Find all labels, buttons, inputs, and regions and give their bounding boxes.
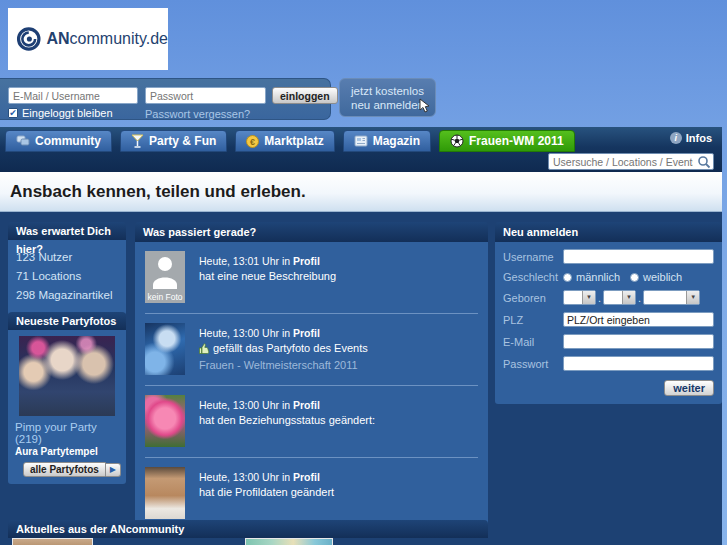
chevron-down-icon: ▼ bbox=[582, 291, 595, 304]
hero-banner: Ansbach kennen, teilen und erleben. bbox=[0, 172, 722, 212]
birth-year-select[interactable]: ▼ bbox=[643, 290, 700, 305]
partyfotos-panel-title: Neueste Partyfotos bbox=[8, 312, 126, 330]
avatar-photo[interactable] bbox=[145, 395, 185, 447]
password-label: Passwort bbox=[503, 358, 563, 370]
feed-panel-title: Was passiert gerade? bbox=[135, 222, 488, 242]
chevron-down-icon: ▼ bbox=[622, 291, 635, 304]
newspaper-icon bbox=[354, 135, 368, 147]
hero-headline: Ansbach kennen, teilen und erleben. bbox=[0, 172, 722, 212]
tab-label: Magazin bbox=[373, 134, 420, 148]
nav-tabs: Community Party & Fun € Marktplatz bbox=[5, 130, 575, 152]
stats-panel: Was erwartet Dich hier? 123 Nutzer 71 Lo… bbox=[8, 222, 126, 315]
avatar-no-photo[interactable]: kein Foto bbox=[145, 251, 185, 303]
feed-action-text: hat eine neue Beschreibung bbox=[199, 269, 336, 283]
feed-time: Heute, 13:01 Uhr in bbox=[199, 255, 290, 267]
tab-party-fun[interactable]: Party & Fun bbox=[120, 130, 227, 152]
infos-link[interactable]: i Infos bbox=[670, 132, 712, 144]
search-icon[interactable] bbox=[697, 155, 711, 169]
feed-item: kein Foto Heute, 13:01 Uhr in Profil hat… bbox=[145, 242, 478, 314]
party-photo-link[interactable]: Pimp your Party (219) bbox=[15, 421, 119, 445]
stat-locations: 71 Locations bbox=[16, 267, 118, 286]
stat-users: 123 Nutzer bbox=[16, 248, 118, 267]
feed-action-text: hat die Profildaten geändert bbox=[199, 485, 334, 499]
search-box bbox=[548, 153, 714, 170]
svg-text:€: € bbox=[250, 136, 255, 146]
gender-male-radio[interactable] bbox=[563, 273, 572, 282]
news-panel-title: Aktuelles aus der ANcommunity bbox=[8, 520, 488, 538]
feed-target-link[interactable]: Profil bbox=[293, 327, 320, 339]
tab-frauen-wm-2011[interactable]: Frauen-WM 2011 bbox=[439, 130, 575, 152]
person-silhouette-icon bbox=[151, 255, 179, 289]
gender-label: Geschlecht bbox=[503, 271, 563, 283]
remember-me[interactable]: ✔ Eingeloggt bleiben bbox=[8, 107, 113, 119]
news-thumbnail[interactable] bbox=[12, 538, 93, 545]
party-photo-thumbnail[interactable] bbox=[19, 336, 115, 416]
signup-panel: Neu anmelden Username Geschlecht männlic… bbox=[495, 222, 722, 404]
username-label: Username bbox=[503, 251, 563, 263]
infos-label: Infos bbox=[686, 132, 712, 144]
login-button[interactable]: einloggen bbox=[272, 87, 338, 104]
remember-checkbox[interactable]: ✔ bbox=[8, 108, 18, 118]
feed-time: Heute, 13:00 Uhr in bbox=[199, 327, 290, 339]
weiter-button[interactable]: weiter bbox=[664, 380, 714, 396]
signup-cta-button[interactable]: jetzt kostenlos neu anmelden bbox=[339, 78, 436, 117]
euro-coin-icon: € bbox=[246, 135, 259, 148]
login-bar: einloggen ✔ Eingeloggt bleiben Passwort … bbox=[0, 78, 331, 120]
feed-event-link[interactable]: Frauen - Weltmeisterschaft 2011 bbox=[199, 358, 358, 372]
email-label: E-Mail bbox=[503, 336, 563, 348]
feed-panel: Was passiert gerade? kein Foto Heute, 13… bbox=[135, 222, 488, 530]
search-input[interactable] bbox=[549, 156, 697, 168]
soccer-ball-icon bbox=[450, 134, 464, 148]
info-icon: i bbox=[670, 132, 682, 144]
birth-day-select[interactable]: ▼ bbox=[563, 290, 596, 305]
gender-male-label[interactable]: männlich bbox=[576, 271, 620, 283]
feed-item: Heute, 13:00 Uhr in Profil hat den Bezie… bbox=[145, 386, 478, 458]
feed-target-link[interactable]: Profil bbox=[293, 255, 320, 267]
tab-label: Frauen-WM 2011 bbox=[469, 134, 564, 148]
thumbs-up-icon bbox=[199, 343, 210, 354]
forgot-password-link[interactable]: Passwort vergessen? bbox=[145, 108, 250, 120]
signup-panel-title: Neu anmelden bbox=[495, 222, 722, 242]
content-area: Was erwartet Dich hier? 123 Nutzer 71 Lo… bbox=[0, 212, 722, 545]
tab-magazin[interactable]: Magazin bbox=[343, 130, 431, 152]
partyfotos-panel: Neueste Partyfotos Pimp your Party (219)… bbox=[8, 312, 126, 484]
navbar: Community Party & Fun € Marktplatz bbox=[0, 127, 722, 172]
speech-bubbles-icon bbox=[16, 135, 30, 147]
avatar-photo[interactable] bbox=[145, 467, 185, 519]
play-arrow-icon: ▶ bbox=[106, 463, 121, 477]
page: ANcommunity.de einloggen ✔ Eingeloggt bl… bbox=[0, 0, 727, 545]
tab-label: Party & Fun bbox=[149, 134, 216, 148]
feed-time: Heute, 13:00 Uhr in bbox=[199, 399, 290, 411]
feed-target-link[interactable]: Profil bbox=[293, 471, 320, 483]
party-photo-location: Aura Partytempel bbox=[15, 446, 119, 457]
remember-label: Eingeloggt bleiben bbox=[22, 107, 113, 119]
login-password-input[interactable] bbox=[145, 87, 266, 104]
feed-action-text: gefällt das Partyfoto des Events bbox=[213, 341, 368, 355]
email-field[interactable] bbox=[563, 334, 714, 349]
all-partyfotos-button[interactable]: alle Partyfotos ▶ bbox=[23, 462, 121, 477]
news-thumbnail[interactable] bbox=[245, 538, 333, 545]
tab-label: Marktplatz bbox=[264, 134, 323, 148]
cocktail-icon bbox=[131, 134, 144, 148]
login-username-input[interactable] bbox=[8, 87, 138, 104]
gender-female-radio[interactable] bbox=[630, 273, 639, 282]
all-partyfotos-label: alle Partyfotos bbox=[23, 462, 106, 477]
password-field[interactable] bbox=[563, 356, 714, 371]
chevron-down-icon: ▼ bbox=[686, 291, 699, 304]
mouse-cursor-icon bbox=[418, 98, 431, 114]
avatar-caption: kein Foto bbox=[145, 292, 185, 302]
feed-target-link[interactable]: Profil bbox=[293, 399, 320, 411]
feed-time: Heute, 13:00 Uhr in bbox=[199, 471, 290, 483]
username-field[interactable] bbox=[563, 249, 714, 264]
date-separator: . bbox=[638, 292, 641, 304]
tab-marktplatz[interactable]: € Marktplatz bbox=[235, 130, 334, 152]
birth-month-select[interactable]: ▼ bbox=[603, 290, 636, 305]
tab-community[interactable]: Community bbox=[5, 130, 112, 152]
tab-label: Community bbox=[35, 134, 101, 148]
plz-field[interactable] bbox=[563, 312, 714, 327]
avatar-photo[interactable] bbox=[145, 323, 185, 375]
logo[interactable]: ANcommunity.de bbox=[8, 8, 168, 70]
plz-label: PLZ bbox=[503, 314, 563, 326]
gender-female-label[interactable]: weiblich bbox=[643, 271, 682, 283]
signup-cta-line1: jetzt kostenlos bbox=[340, 84, 435, 98]
